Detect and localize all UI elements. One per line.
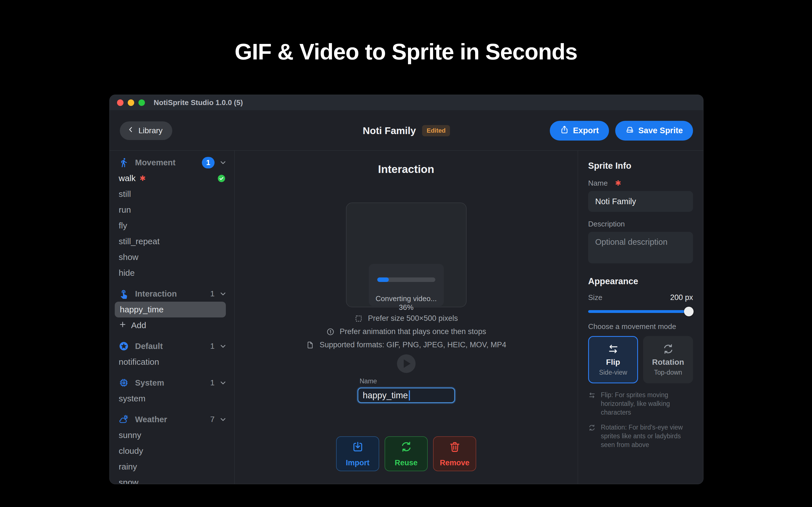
size-label: Size (588, 293, 603, 302)
library-back-button[interactable]: Library (120, 121, 172, 140)
item-label: run (119, 205, 131, 215)
item-label: walk (119, 173, 136, 183)
import-label: Import (346, 459, 370, 467)
chevron-left-icon (127, 126, 135, 135)
mode-card-rotation[interactable]: Rotation Top-down (643, 336, 693, 383)
sidebar-item-still[interactable]: still (119, 186, 227, 202)
remove-button[interactable]: Remove (433, 436, 476, 471)
section-heading: Interaction (378, 163, 434, 175)
sidebar-item-system[interactable]: system (119, 391, 227, 406)
animation-actions: Import Reuse Remove (336, 436, 476, 471)
sidebar-item-snow[interactable]: snow (119, 474, 227, 484)
export-button[interactable]: Export (550, 121, 609, 140)
check-circle-icon (217, 174, 226, 183)
section-label: Interaction (135, 289, 177, 298)
upload-hints: Prefer size 500×500 pixels Prefer animat… (306, 312, 506, 351)
size-value: 200 px (670, 293, 693, 302)
close-window-button[interactable] (117, 100, 123, 106)
document-icon (306, 341, 314, 349)
flip-arrows-icon (588, 392, 596, 399)
sidebar-section-movement[interactable]: Movement 1 (119, 155, 227, 170)
tap-hand-icon (119, 289, 129, 299)
reuse-label: Reuse (395, 459, 417, 467)
animation-name-block: Name happy_time (357, 378, 455, 403)
import-button[interactable]: Import (336, 436, 379, 471)
save-sprite-button[interactable]: Save Sprite (615, 121, 693, 140)
sidebar-item-show[interactable]: show (119, 249, 227, 265)
sidebar-item-cloudy[interactable]: cloudy (119, 443, 227, 459)
export-label: Export (573, 126, 599, 135)
note-text: Rotation: For bird's-eye view sprites li… (601, 423, 693, 449)
item-label: snow (119, 478, 139, 484)
sidebar-section-default[interactable]: Default 1 (119, 338, 227, 354)
progress-label: Converting video... 36% (369, 294, 444, 312)
minimize-window-button[interactable] (128, 100, 134, 106)
play-preview-button[interactable] (397, 354, 416, 373)
plus-icon (119, 321, 126, 330)
sidebar-item-notification[interactable]: notification (119, 354, 227, 370)
section-label: Weather (135, 415, 167, 424)
sidebar-section-system[interactable]: System 1 (119, 375, 227, 391)
section-count: 1 (210, 289, 214, 298)
section-label: System (135, 378, 164, 388)
movement-mode-cards: Flip Side-view Rotation Top-down (588, 336, 693, 383)
zoom-window-button[interactable] (139, 100, 145, 106)
walking-person-icon (119, 158, 129, 168)
item-label: notification (119, 357, 159, 367)
item-label: happy_time (120, 305, 163, 314)
hint-size: Prefer size 500×500 pixels (354, 312, 458, 325)
size-slider[interactable] (588, 306, 693, 317)
item-label: rainy (119, 462, 137, 471)
edited-status-badge: Edited (422, 125, 450, 136)
appearance-heading: Appearance (588, 276, 693, 286)
mode-subtitle: Top-down (654, 369, 682, 376)
sidebar-item-walk[interactable]: walk ✱ (119, 170, 227, 186)
section-label: Movement (135, 158, 175, 167)
sidebar-section-interaction[interactable]: Interaction 1 (119, 286, 227, 302)
section-count: 7 (210, 415, 214, 424)
sidebar-item-hide[interactable]: hide (119, 265, 227, 281)
mode-card-flip[interactable]: Flip Side-view (588, 336, 638, 383)
sprite-name-input[interactable] (588, 191, 693, 212)
size-slider-thumb[interactable] (684, 307, 694, 316)
export-icon (560, 125, 569, 136)
remove-label: Remove (440, 459, 469, 467)
hint-play-once: Prefer animation that plays once then st… (326, 325, 486, 338)
hint-text: Supported formats: GIF, PNG, JPEG, HEIC,… (319, 341, 506, 349)
animation-sidebar: Movement 1 walk ✱ still run fly still_re… (110, 151, 235, 484)
rotation-arrows-icon (588, 424, 596, 432)
editor-main-panel: Interaction Converting video... 36% Pref… (235, 151, 578, 484)
item-label: sunny (119, 431, 141, 440)
reuse-button[interactable]: Reuse (385, 436, 428, 471)
sidebar-item-rainy[interactable]: rainy (119, 459, 227, 474)
chevron-down-icon (219, 415, 227, 424)
sprite-inspector-panel: Sprite Info Name ✱ Description Appearanc… (578, 151, 703, 484)
hint-text: Prefer size 500×500 pixels (368, 314, 458, 323)
note-text: Flip: For sprites moving horizontally, l… (601, 391, 693, 417)
animation-name-input[interactable]: happy_time (357, 388, 455, 403)
conversion-progress-card: Converting video... 36% (369, 264, 444, 306)
section-label: Default (135, 342, 163, 351)
sidebar-item-sunny[interactable]: sunny (119, 427, 227, 443)
size-row: Size 200 px (588, 293, 693, 302)
add-label: Add (131, 321, 146, 330)
app-window: NotiSprite Studio 1.0.0 (5) Library Noti… (109, 95, 703, 484)
required-asterisk: ✱ (140, 174, 146, 183)
cloud-sun-icon (119, 414, 129, 425)
sidebar-item-still-repeat[interactable]: still_repeat (119, 233, 227, 249)
sidebar-item-happy-time[interactable]: happy_time (115, 302, 226, 318)
item-label: still_repeat (119, 237, 160, 246)
sprite-info-heading: Sprite Info (588, 161, 693, 171)
progress-bar (377, 277, 435, 282)
add-animation-button[interactable]: Add (119, 318, 227, 333)
library-back-label: Library (139, 126, 163, 135)
label-text: Name (588, 179, 608, 187)
flip-arrows-icon (607, 343, 619, 356)
sidebar-item-run[interactable]: run (119, 202, 227, 218)
flip-mode-note: Flip: For sprites moving horizontally, l… (588, 391, 693, 417)
sidebar-item-fly[interactable]: fly (119, 218, 227, 233)
chevron-down-icon (219, 342, 227, 350)
description-textarea[interactable] (588, 232, 693, 263)
sprite-preview-dropzone[interactable]: Converting video... 36% (346, 203, 467, 307)
sidebar-section-weather[interactable]: Weather 7 (119, 411, 227, 427)
